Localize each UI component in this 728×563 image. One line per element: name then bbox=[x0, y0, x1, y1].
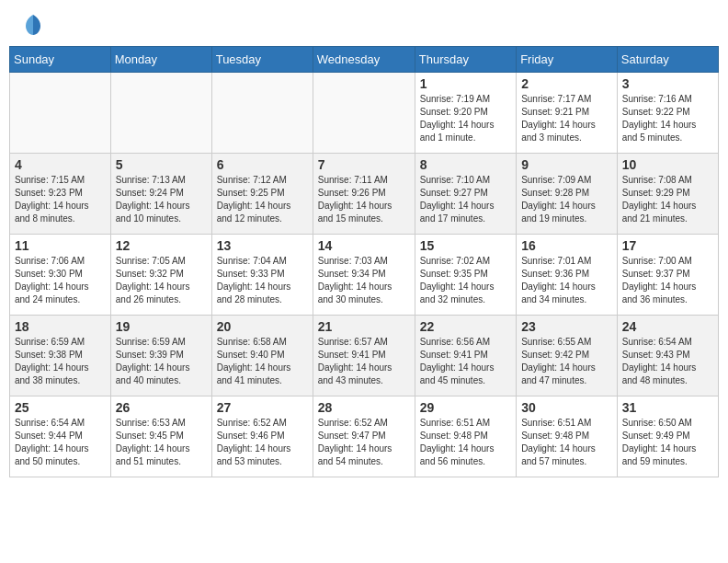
day-number: 2 bbox=[521, 76, 612, 91]
calendar-cell bbox=[313, 73, 415, 154]
day-number: 16 bbox=[521, 238, 612, 253]
day-info: Sunrise: 7:05 AM Sunset: 9:32 PM Dayligh… bbox=[116, 255, 207, 306]
day-info: Sunrise: 6:54 AM Sunset: 9:43 PM Dayligh… bbox=[622, 336, 713, 387]
day-info: Sunrise: 6:52 AM Sunset: 9:47 PM Dayligh… bbox=[318, 417, 410, 468]
calendar-cell: 4Sunrise: 7:15 AM Sunset: 9:23 PM Daylig… bbox=[10, 154, 111, 235]
day-number: 29 bbox=[420, 400, 511, 415]
calendar-cell: 15Sunrise: 7:02 AM Sunset: 9:35 PM Dayli… bbox=[415, 235, 516, 316]
day-number: 12 bbox=[116, 238, 207, 253]
calendar-cell: 6Sunrise: 7:12 AM Sunset: 9:25 PM Daylig… bbox=[211, 154, 313, 235]
calendar-header-row: SundayMondayTuesdayWednesdayThursdayFrid… bbox=[10, 47, 719, 73]
calendar-cell: 23Sunrise: 6:55 AM Sunset: 9:42 PM Dayli… bbox=[517, 316, 618, 396]
day-number: 8 bbox=[420, 157, 511, 172]
day-info: Sunrise: 7:04 AM Sunset: 9:33 PM Dayligh… bbox=[217, 255, 308, 306]
day-number: 6 bbox=[217, 157, 308, 172]
day-number: 27 bbox=[217, 400, 308, 415]
calendar-week-row: 1Sunrise: 7:19 AM Sunset: 9:20 PM Daylig… bbox=[10, 73, 719, 154]
calendar-cell: 18Sunrise: 6:59 AM Sunset: 9:38 PM Dayli… bbox=[10, 316, 111, 396]
day-info: Sunrise: 7:02 AM Sunset: 9:35 PM Dayligh… bbox=[420, 255, 511, 306]
calendar-cell: 11Sunrise: 7:06 AM Sunset: 9:30 PM Dayli… bbox=[10, 235, 111, 316]
day-number: 14 bbox=[318, 238, 410, 253]
calendar-cell: 5Sunrise: 7:13 AM Sunset: 9:24 PM Daylig… bbox=[110, 154, 211, 235]
day-info: Sunrise: 6:51 AM Sunset: 9:48 PM Dayligh… bbox=[521, 417, 612, 468]
day-info: Sunrise: 7:15 AM Sunset: 9:23 PM Dayligh… bbox=[15, 174, 106, 225]
calendar-cell: 30Sunrise: 6:51 AM Sunset: 9:48 PM Dayli… bbox=[517, 396, 618, 477]
day-number: 20 bbox=[217, 319, 308, 334]
day-of-week-header: Sunday bbox=[10, 47, 111, 73]
day-info: Sunrise: 7:08 AM Sunset: 9:29 PM Dayligh… bbox=[622, 174, 713, 225]
day-number: 22 bbox=[420, 319, 511, 334]
day-info: Sunrise: 7:09 AM Sunset: 9:28 PM Dayligh… bbox=[521, 174, 612, 225]
day-info: Sunrise: 7:19 AM Sunset: 9:20 PM Dayligh… bbox=[420, 93, 511, 144]
day-info: Sunrise: 6:54 AM Sunset: 9:44 PM Dayligh… bbox=[15, 417, 106, 468]
day-info: Sunrise: 6:50 AM Sunset: 9:49 PM Dayligh… bbox=[622, 417, 713, 468]
calendar-cell: 29Sunrise: 6:51 AM Sunset: 9:48 PM Dayli… bbox=[415, 396, 516, 477]
day-of-week-header: Thursday bbox=[415, 47, 516, 73]
day-info: Sunrise: 6:57 AM Sunset: 9:41 PM Dayligh… bbox=[318, 336, 410, 387]
calendar-cell: 13Sunrise: 7:04 AM Sunset: 9:33 PM Dayli… bbox=[211, 235, 313, 316]
day-number: 5 bbox=[116, 157, 207, 172]
day-info: Sunrise: 6:59 AM Sunset: 9:38 PM Dayligh… bbox=[15, 336, 106, 387]
day-info: Sunrise: 6:52 AM Sunset: 9:46 PM Dayligh… bbox=[217, 417, 308, 468]
logo-icon bbox=[20, 11, 46, 37]
calendar-cell: 28Sunrise: 6:52 AM Sunset: 9:47 PM Dayli… bbox=[313, 396, 415, 477]
day-info: Sunrise: 6:51 AM Sunset: 9:48 PM Dayligh… bbox=[420, 417, 511, 468]
day-number: 17 bbox=[622, 238, 713, 253]
calendar-cell: 26Sunrise: 6:53 AM Sunset: 9:45 PM Dayli… bbox=[110, 396, 211, 477]
day-info: Sunrise: 6:56 AM Sunset: 9:41 PM Dayligh… bbox=[420, 336, 511, 387]
day-number: 25 bbox=[15, 400, 106, 415]
day-number: 21 bbox=[318, 319, 410, 334]
day-of-week-header: Wednesday bbox=[313, 47, 415, 73]
day-number: 3 bbox=[622, 76, 713, 91]
page-header bbox=[0, 0, 728, 40]
calendar-cell: 2Sunrise: 7:17 AM Sunset: 9:21 PM Daylig… bbox=[517, 73, 618, 154]
day-info: Sunrise: 7:00 AM Sunset: 9:37 PM Dayligh… bbox=[622, 255, 713, 306]
day-info: Sunrise: 7:01 AM Sunset: 9:36 PM Dayligh… bbox=[521, 255, 612, 306]
day-number: 18 bbox=[15, 319, 106, 334]
day-number: 13 bbox=[217, 238, 308, 253]
calendar-cell: 17Sunrise: 7:00 AM Sunset: 9:37 PM Dayli… bbox=[617, 235, 718, 316]
calendar-cell: 24Sunrise: 6:54 AM Sunset: 9:43 PM Dayli… bbox=[617, 316, 718, 396]
day-info: Sunrise: 7:11 AM Sunset: 9:26 PM Dayligh… bbox=[318, 174, 410, 225]
calendar-cell bbox=[110, 73, 211, 154]
calendar-cell: 22Sunrise: 6:56 AM Sunset: 9:41 PM Dayli… bbox=[415, 316, 516, 396]
calendar-cell: 12Sunrise: 7:05 AM Sunset: 9:32 PM Dayli… bbox=[110, 235, 211, 316]
calendar-week-row: 11Sunrise: 7:06 AM Sunset: 9:30 PM Dayli… bbox=[10, 235, 719, 316]
calendar-cell: 27Sunrise: 6:52 AM Sunset: 9:46 PM Dayli… bbox=[211, 396, 313, 477]
day-number: 4 bbox=[15, 157, 106, 172]
calendar-cell: 25Sunrise: 6:54 AM Sunset: 9:44 PM Dayli… bbox=[10, 396, 111, 477]
calendar-cell bbox=[211, 73, 313, 154]
day-of-week-header: Saturday bbox=[617, 47, 718, 73]
calendar-cell: 9Sunrise: 7:09 AM Sunset: 9:28 PM Daylig… bbox=[517, 154, 618, 235]
calendar-cell: 10Sunrise: 7:08 AM Sunset: 9:29 PM Dayli… bbox=[617, 154, 718, 235]
calendar-table: SundayMondayTuesdayWednesdayThursdayFrid… bbox=[9, 46, 719, 477]
day-info: Sunrise: 7:13 AM Sunset: 9:24 PM Dayligh… bbox=[116, 174, 207, 225]
day-number: 11 bbox=[15, 238, 106, 253]
calendar-cell: 16Sunrise: 7:01 AM Sunset: 9:36 PM Dayli… bbox=[517, 235, 618, 316]
day-of-week-header: Friday bbox=[517, 47, 618, 73]
day-number: 1 bbox=[420, 76, 511, 91]
day-info: Sunrise: 6:53 AM Sunset: 9:45 PM Dayligh… bbox=[116, 417, 207, 468]
day-info: Sunrise: 6:59 AM Sunset: 9:39 PM Dayligh… bbox=[116, 336, 207, 387]
day-number: 15 bbox=[420, 238, 511, 253]
calendar-cell bbox=[10, 73, 111, 154]
calendar-cell: 20Sunrise: 6:58 AM Sunset: 9:40 PM Dayli… bbox=[211, 316, 313, 396]
day-info: Sunrise: 6:55 AM Sunset: 9:42 PM Dayligh… bbox=[521, 336, 612, 387]
day-number: 19 bbox=[116, 319, 207, 334]
calendar-week-row: 25Sunrise: 6:54 AM Sunset: 9:44 PM Dayli… bbox=[10, 396, 719, 477]
day-info: Sunrise: 7:16 AM Sunset: 9:22 PM Dayligh… bbox=[622, 93, 713, 144]
day-info: Sunrise: 7:17 AM Sunset: 9:21 PM Dayligh… bbox=[521, 93, 612, 144]
day-number: 31 bbox=[622, 400, 713, 415]
calendar-cell: 21Sunrise: 6:57 AM Sunset: 9:41 PM Dayli… bbox=[313, 316, 415, 396]
calendar-cell: 3Sunrise: 7:16 AM Sunset: 9:22 PM Daylig… bbox=[617, 73, 718, 154]
day-info: Sunrise: 6:58 AM Sunset: 9:40 PM Dayligh… bbox=[217, 336, 308, 387]
calendar-cell: 1Sunrise: 7:19 AM Sunset: 9:20 PM Daylig… bbox=[415, 73, 516, 154]
day-number: 26 bbox=[116, 400, 207, 415]
day-number: 10 bbox=[622, 157, 713, 172]
day-of-week-header: Tuesday bbox=[211, 47, 313, 73]
calendar-cell: 8Sunrise: 7:10 AM Sunset: 9:27 PM Daylig… bbox=[415, 154, 516, 235]
day-number: 30 bbox=[521, 400, 612, 415]
day-info: Sunrise: 7:06 AM Sunset: 9:30 PM Dayligh… bbox=[15, 255, 106, 306]
calendar-cell: 19Sunrise: 6:59 AM Sunset: 9:39 PM Dayli… bbox=[110, 316, 211, 396]
calendar-cell: 7Sunrise: 7:11 AM Sunset: 9:26 PM Daylig… bbox=[313, 154, 415, 235]
